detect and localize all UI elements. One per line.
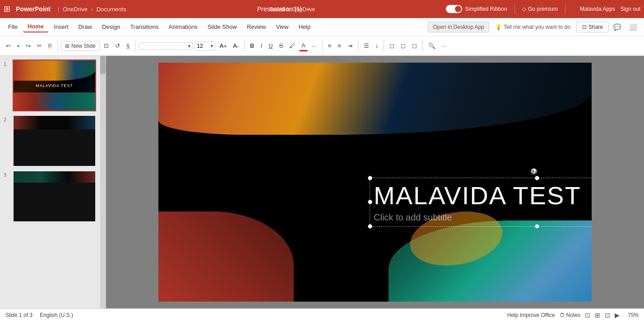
numbering-button[interactable]: ≡ (335, 41, 343, 50)
handle-bl[interactable] (368, 224, 372, 229)
slide-number-2: 2 (4, 115, 10, 122)
notes-button[interactable]: 🗒 Notes (560, 312, 580, 318)
open-desktop-button[interactable]: Open in Desktop App (428, 22, 489, 32)
restore-icon[interactable]: ⬜ (625, 22, 640, 32)
section-button[interactable]: § (124, 41, 132, 50)
slide-number-3: 3 (4, 170, 10, 178)
highlight-button[interactable]: 🖊 (287, 41, 297, 50)
search-icon: 💡 (495, 24, 502, 30)
slide-thumb-2[interactable]: 2 (4, 115, 102, 167)
shape-outline-button[interactable]: ◻ (398, 41, 408, 50)
toolbar-separator-4 (322, 40, 323, 52)
slide-thumbnail-1[interactable]: MALAVIDA TEST (13, 60, 96, 111)
slide-number-1: 1 (4, 60, 10, 67)
menu-item-animations[interactable]: Animations (164, 22, 202, 32)
bullets-button[interactable]: ≡ (326, 41, 334, 50)
menu-item-slideshow[interactable]: Slide Show (203, 22, 241, 32)
indent-button[interactable]: ⇥ (345, 41, 355, 50)
rotate-handle[interactable]: ↻ (531, 168, 537, 174)
menu-item-review[interactable]: Review (242, 22, 271, 32)
search-label: Tell me what you want to do (504, 24, 570, 30)
new-slide-button[interactable]: ⊞ New Slide (61, 41, 100, 51)
text-align-button[interactable]: ☰ (361, 41, 371, 50)
slide-textbox[interactable]: ↻ MALAVIDA TEST Click to add subtitle (370, 178, 592, 227)
main-area: 1 MALAVIDA TEST 2 3 (0, 56, 644, 308)
slide-thumbnail-3[interactable] (13, 170, 96, 222)
shape-effects-button[interactable]: ◻ (410, 41, 419, 50)
reading-view-button[interactable]: ⊡ (605, 312, 610, 319)
toggle-switch[interactable] (446, 5, 462, 13)
menu-bar: File Home Insert Draw Design Transitions… (0, 18, 644, 36)
handle-ml[interactable] (368, 200, 372, 204)
breadcrumb-separator: | (58, 6, 59, 12)
slide-subtitle[interactable]: Click to add subtitle (374, 212, 592, 223)
thumb1-title: MALAVIDA TEST (36, 83, 73, 88)
redo-button[interactable]: ↪ (23, 41, 33, 50)
status-right: Help Improve Office 🗒 Notes ⊡ ⊞ ⊡ ▶ 75% (507, 312, 639, 319)
slide-sorter-button[interactable]: ⊞ (595, 312, 600, 319)
font-name-box[interactable]: ▾ (139, 42, 193, 50)
font-size-box[interactable]: 12 ▾ (195, 41, 215, 50)
premium-icon: ◇ (522, 6, 526, 12)
line-spacing-button[interactable]: ↕ (373, 41, 381, 50)
slide-title[interactable]: MALAVIDA TEST (374, 182, 592, 210)
simplified-ribbon-toggle[interactable]: Simplified Ribbon (446, 5, 507, 13)
menu-item-file[interactable]: File (4, 22, 22, 32)
malavida-apps[interactable]: Malavida Apps (580, 6, 615, 12)
layout-button[interactable]: ⊡ (102, 41, 111, 50)
status-bar: Slide 1 of 3 English (U.S.) Help Improve… (0, 308, 644, 321)
new-slide-label: New Slide (71, 43, 96, 49)
undo-button[interactable]: ↩ (4, 41, 13, 50)
help-improve[interactable]: Help Improve Office (507, 312, 555, 318)
decrease-font-button[interactable]: A- (231, 41, 241, 50)
toolbar-separator-3 (244, 40, 245, 52)
more-text-options[interactable]: ··· (310, 41, 319, 50)
breadcrumb-onedrive[interactable]: OneDrive (63, 6, 88, 13)
share-icon: ⊡ (582, 24, 587, 30)
slide-thumbnail-2[interactable] (13, 115, 96, 167)
slide-thumb-1[interactable]: 1 MALAVIDA TEST (4, 60, 102, 111)
cut-button[interactable]: ✂ (35, 41, 44, 50)
undo-dropdown[interactable]: ▾ (15, 42, 22, 50)
underline-button[interactable]: U (266, 41, 275, 50)
menu-item-design[interactable]: Design (97, 22, 125, 32)
shape-fill-button[interactable]: ◻ (387, 41, 397, 50)
menu-item-view[interactable]: View (272, 22, 293, 32)
app-grid-icon[interactable]: ⊞ (4, 4, 10, 14)
language: English (U.S.) (40, 312, 73, 318)
font-size-dropdown-icon: ▾ (211, 44, 213, 48)
premium-button[interactable]: ◇ Go premium (522, 6, 558, 12)
increase-font-button[interactable]: A+ (217, 41, 229, 50)
premium-label: Go premium (528, 6, 558, 12)
sign-out[interactable]: Sign out (621, 6, 640, 12)
share-button[interactable]: ⊡ Share (576, 22, 609, 32)
menu-item-help[interactable]: Help (294, 22, 315, 32)
breadcrumb-documents[interactable]: Documents (97, 6, 126, 13)
scroll-thumb[interactable] (100, 56, 106, 74)
bold-button[interactable]: B (248, 41, 256, 50)
menu-item-home[interactable]: Home (23, 21, 48, 32)
canvas-area[interactable]: ↻ MALAVIDA TEST Click to add subtitle (106, 56, 644, 308)
copy-button[interactable]: ⎘ (46, 41, 54, 50)
handle-bm[interactable] (535, 224, 539, 229)
menu-item-insert[interactable]: Insert (49, 22, 73, 32)
font-color-button[interactable]: A (299, 41, 308, 51)
reset-button[interactable]: ↺ (113, 41, 122, 50)
menu-item-draw[interactable]: Draw (74, 22, 97, 32)
menu-item-transitions[interactable]: Transitions (125, 22, 163, 32)
handle-tm[interactable] (535, 176, 539, 180)
strikethrough-button[interactable]: S (277, 41, 285, 50)
toolbar-separator-1 (57, 40, 58, 52)
find-button[interactable]: 🔍 (426, 41, 438, 50)
handle-tl[interactable] (368, 176, 372, 180)
toolbar-separator-2 (135, 40, 135, 52)
italic-button[interactable]: I (258, 41, 264, 50)
normal-view-button[interactable]: ⊡ (585, 312, 590, 319)
slide-canvas[interactable]: ↻ MALAVIDA TEST Click to add subtitle (158, 63, 592, 302)
slide-thumb-3[interactable]: 3 (4, 170, 102, 222)
slide-show-button[interactable]: ▶ (615, 312, 620, 319)
slide-panel-scrollbar[interactable] (100, 56, 106, 308)
comment-icon[interactable]: 💬 (610, 22, 625, 32)
search-box[interactable]: 💡 Tell me what you want to do (490, 22, 575, 32)
more-toolbar-options[interactable]: ··· (440, 41, 449, 50)
